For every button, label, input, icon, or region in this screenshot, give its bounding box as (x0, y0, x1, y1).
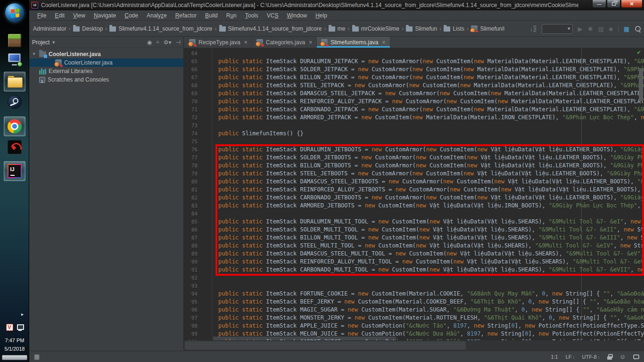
code-line[interactable]: public static ItemStack FORTUNE_COOKIE =… (218, 290, 644, 298)
line-number[interactable]: 73 (184, 122, 212, 130)
code-line[interactable]: public static ItemStack ARMORED_JETPACK … (218, 114, 644, 122)
code-line[interactable] (218, 49, 644, 58)
encoding-widget[interactable]: UTF-8↕ (582, 354, 600, 360)
tab-close-icon[interactable]: × (244, 39, 248, 46)
line-number[interactable]: 98 (184, 322, 212, 330)
menu-window[interactable]: Window (282, 10, 311, 21)
taskbar-clock-date[interactable]: 5/1/2018 (0, 346, 29, 352)
line-number[interactable]: 97 (184, 314, 212, 322)
taskbar-remote-desktop-button[interactable] (7, 53, 23, 67)
line-number[interactable]: 91 (184, 266, 212, 274)
line-number[interactable]: 69 (184, 90, 212, 98)
code-line[interactable]: public static ItemStack BILLON_JETPACK =… (218, 74, 644, 82)
run-icon[interactable]: ▶ (578, 25, 583, 33)
minimize-button[interactable]: — (592, 0, 606, 8)
locate-file-icon[interactable]: ◉ (147, 39, 152, 46)
line-number[interactable]: 82 (184, 194, 212, 202)
line-number[interactable]: 78 (184, 162, 212, 170)
line-number[interactable]: 81 (184, 186, 212, 194)
line-number[interactable]: 80 (184, 178, 212, 186)
chevron-down-icon[interactable]: ▼ (51, 40, 56, 45)
taskbar-clock-time[interactable]: 7:47 PM (0, 337, 29, 343)
line-number[interactable]: 89 (184, 250, 212, 258)
line-number[interactable]: 66 (184, 66, 212, 74)
taskbar-intellij-idea-button[interactable]: IJ (4, 161, 25, 181)
coverage-icon[interactable]: ▨ (598, 25, 604, 33)
line-number[interactable]: 85 (184, 218, 212, 226)
code-line[interactable]: public static ItemStack MONSTER_JERKY = … (218, 314, 644, 322)
code-line[interactable]: public static ItemStack DAMASCUS_STEEL_J… (218, 90, 644, 98)
search-everywhere-icon[interactable] (635, 25, 641, 32)
menu-build[interactable]: Build (201, 10, 222, 21)
breadcrumb-item[interactable]: SlimefunItems.java (471, 25, 504, 32)
line-number[interactable]: 70 (184, 98, 212, 106)
menu-file[interactable]: File (33, 10, 50, 21)
line-number[interactable]: 94 (184, 290, 212, 298)
menu-code[interactable]: Code (120, 10, 142, 21)
line-number[interactable]: 95 (184, 298, 212, 306)
taskbar-chrome-button[interactable] (4, 116, 25, 136)
code-line[interactable]: public static ItemStack MAGIC_SUGAR = ne… (218, 306, 644, 314)
horizontal-scrollbar-thumb[interactable] (185, 341, 466, 350)
menu-vcs[interactable]: VCS (263, 10, 283, 21)
network-tray-icon[interactable] (16, 324, 24, 331)
line-number[interactable]: 83 (184, 202, 212, 210)
tab-slimefunitems-java[interactable]: SlimefunItems.java× (317, 37, 390, 48)
tree-item-scratches-and-consoles[interactable]: Scratches and Consoles (29, 75, 183, 84)
tab-close-icon[interactable]: × (382, 39, 386, 46)
line-number[interactable]: 90 (184, 258, 212, 266)
menu-refactor[interactable]: Refactor (171, 10, 201, 21)
taskbar-start-button[interactable] (5, 3, 25, 23)
code-line[interactable]: public static ItemStack APPLE_JUICE = ne… (218, 322, 644, 330)
line-number[interactable]: 74 (184, 130, 212, 138)
breadcrumb-item[interactable]: mrCookieSlime (352, 25, 399, 32)
sync-lines-icon[interactable]: ↓011001 (530, 25, 537, 33)
code-line[interactable]: public static ItemStack SOLDER_JETPACK =… (218, 66, 644, 74)
show-hidden-icons-arrow[interactable]: ▸ (21, 312, 24, 317)
lock-icon[interactable] (607, 354, 612, 360)
line-number[interactable]: 67 (184, 74, 212, 82)
taskbar-minecraft-button[interactable] (8, 34, 21, 47)
menu-run[interactable]: Run (222, 10, 241, 21)
line-number[interactable]: 99 (184, 330, 212, 338)
restore-layout-icon[interactable]: ▦ (624, 25, 629, 33)
code-line[interactable]: public static ItemStack MELON_JUICE = ne… (218, 330, 644, 338)
line-number[interactable]: 65 (184, 58, 212, 66)
show-desktop-button[interactable] (2, 355, 27, 360)
menu-analyze[interactable]: Analyze (142, 10, 171, 21)
menu-help[interactable]: Help (311, 10, 331, 21)
restore-button[interactable] (607, 0, 620, 8)
taskbar-steam-button[interactable] (8, 95, 22, 109)
menu-tools[interactable]: Tools (241, 10, 263, 21)
code-line[interactable]: public static ItemStack CARBONADO_JETPAC… (218, 106, 644, 114)
code-line[interactable] (218, 282, 644, 290)
breadcrumb-item[interactable]: Slimefun (406, 25, 437, 32)
tree-item-external-libraries[interactable]: External Libraries (29, 67, 183, 75)
code-line[interactable]: public static ItemStack REINFORCED_ALLOY… (218, 98, 644, 106)
gear-icon[interactable]: ⚙▾ (164, 39, 172, 46)
line-number[interactable]: 77 (184, 154, 212, 162)
tree-item-coolerlistener-java[interactable]: ▼CoolerListener.java (29, 50, 183, 58)
line-number[interactable]: 86 (184, 226, 212, 234)
line-number[interactable]: 93 (184, 282, 212, 290)
hector-inspections-icon[interactable]: ☺ (619, 353, 626, 360)
line-number[interactable]: 72 (184, 114, 212, 122)
line-number[interactable]: 64 (184, 49, 212, 58)
stop-icon[interactable]: ■ (609, 25, 613, 33)
breadcrumb-item[interactable]: me (329, 25, 346, 32)
code-line[interactable]: public static ItemStack DURALUMIN_JETPAC… (218, 58, 644, 66)
line-number[interactable]: 88 (184, 242, 212, 250)
tab-categories-java[interactable]: Categories.java× (252, 37, 317, 48)
line-number[interactable]: 75 (184, 138, 212, 146)
line-number[interactable]: 92 (184, 274, 212, 282)
close-button[interactable]: ✕ (621, 0, 643, 8)
line-number[interactable]: 68 (184, 82, 212, 90)
vertical-scrollbar-thumb[interactable] (639, 68, 643, 101)
hide-panel-icon[interactable]: ⊣ (176, 39, 181, 46)
line-number[interactable]: 79 (184, 170, 212, 178)
run-configuration-combo[interactable] (542, 24, 573, 34)
line-number[interactable]: 84 (184, 210, 212, 218)
menu-view[interactable]: View (69, 10, 90, 21)
code-line[interactable] (218, 122, 644, 130)
expand-arrow-icon[interactable]: ▼ (31, 50, 37, 58)
